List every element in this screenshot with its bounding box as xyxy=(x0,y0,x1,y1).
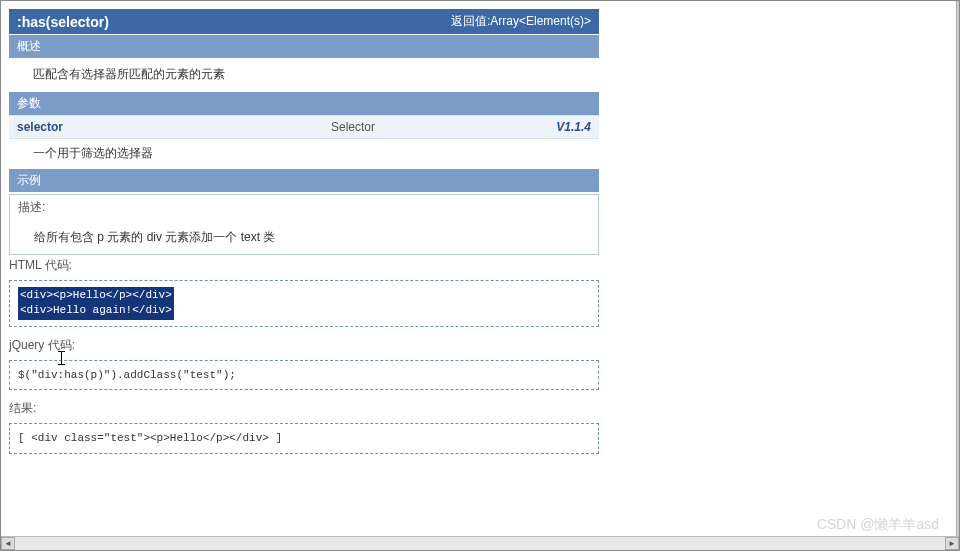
param-type: Selector xyxy=(331,120,531,134)
example-box: 描述: 给所有包含 p 元素的 div 元素添加一个 text 类 xyxy=(9,194,599,255)
watermark-text: CSDN @懒羊羊asd xyxy=(817,516,939,534)
return-value-label: 返回值:Array<Element(s)> xyxy=(451,13,591,30)
window-frame: :has(selector) 返回值:Array<Element(s)> 概述 … xyxy=(0,0,960,551)
result-code-text: [ <div class="test"><p>Hello</p></div> ] xyxy=(18,432,282,444)
title-bar: :has(selector) 返回值:Array<Element(s)> xyxy=(9,9,599,34)
param-desc: 一个用于筛选的选择器 xyxy=(9,139,599,168)
param-row: selector Selector V1.1.4 xyxy=(9,115,599,139)
scroll-right-button[interactable]: ► xyxy=(945,537,959,550)
html-code-block[interactable]: <div><p>Hello</p></div> <div>Hello again… xyxy=(9,280,599,327)
section-params-header: 参数 xyxy=(9,92,599,115)
result-label: 结果: xyxy=(9,398,599,421)
param-name: selector xyxy=(17,120,331,134)
scroll-left-button[interactable]: ◄ xyxy=(1,537,15,550)
jquery-code-text: $("div:has(p)").addClass("test"); xyxy=(18,369,236,381)
html-code-selection[interactable]: <div><p>Hello</p></div> <div>Hello again… xyxy=(18,287,174,320)
html-code-label: HTML 代码: xyxy=(9,255,599,278)
jquery-code-block[interactable]: $("div:has(p)").addClass("test"); xyxy=(9,360,599,391)
example-desc-text: 给所有包含 p 元素的 div 元素添加一个 text 类 xyxy=(10,221,598,254)
html-code-line: <div>Hello again!</div> xyxy=(20,303,172,318)
param-version: V1.1.4 xyxy=(531,120,591,134)
result-code-block[interactable]: [ <div class="test"><p>Hello</p></div> ] xyxy=(9,423,599,454)
html-code-line: <div><p>Hello</p></div> xyxy=(20,288,172,303)
api-title: :has(selector) xyxy=(17,14,109,30)
section-overview-header: 概述 xyxy=(9,35,599,58)
jquery-code-label: jQuery 代码: xyxy=(9,335,599,358)
section-example-header: 示例 xyxy=(9,169,599,192)
vertical-scrollbar[interactable] xyxy=(956,1,959,536)
example-desc-label: 描述: xyxy=(10,195,598,221)
main-column: :has(selector) 返回值:Array<Element(s)> 概述 … xyxy=(9,9,599,454)
overview-text: 匹配含有选择器所匹配的元素的元素 xyxy=(9,58,599,91)
content-area: :has(selector) 返回值:Array<Element(s)> 概述 … xyxy=(9,9,949,536)
horizontal-scrollbar[interactable]: ◄ ► xyxy=(1,536,959,550)
